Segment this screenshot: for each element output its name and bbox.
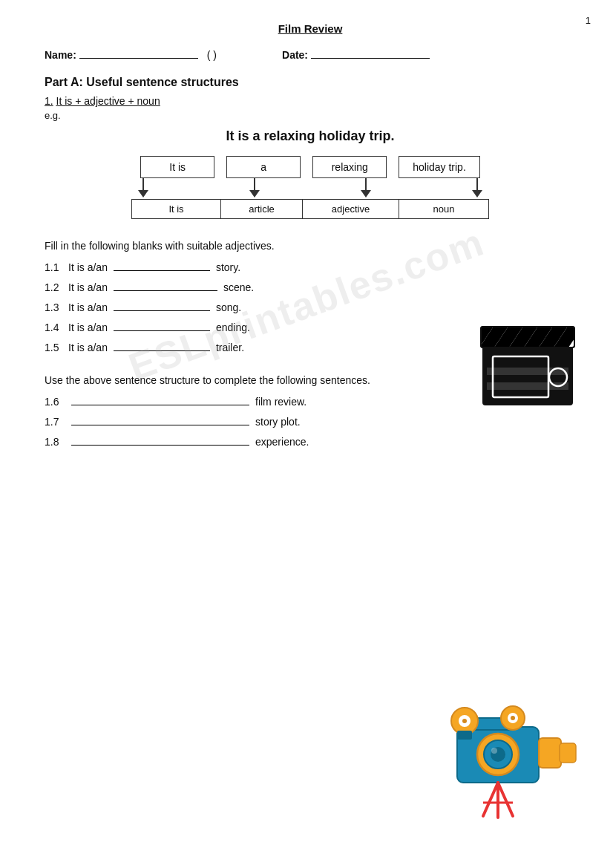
arrow-4 xyxy=(433,178,522,198)
arrow-down-3 xyxy=(361,190,371,198)
svg-line-30 xyxy=(483,783,498,816)
item-num-1-1: 1.1 xyxy=(45,261,65,273)
fill-suffix-1-1: story. xyxy=(216,261,240,273)
structure-label: 1. It is + adjective + noun xyxy=(45,95,576,107)
bottom-box-article: article xyxy=(221,200,303,218)
top-box-holiday: holiday trip. xyxy=(399,156,480,178)
fill-suffix-1-2: scene. xyxy=(223,281,254,293)
bottom-boxes-row: It is article adjective noun xyxy=(131,199,489,219)
part-a-title: Part A: Useful sentence structures xyxy=(45,76,576,89)
blank-1-7[interactable] xyxy=(71,415,249,425)
svg-point-24 xyxy=(462,719,467,723)
arrows-row xyxy=(88,178,533,199)
arrow-2 xyxy=(210,178,299,198)
page-title: Film Review xyxy=(45,22,576,35)
complete-suffix-1-6: film review. xyxy=(255,396,306,408)
fill-prefix-1-5: It is a/an xyxy=(68,342,108,353)
name-label: Name: xyxy=(45,49,76,61)
blank-1-4[interactable] xyxy=(114,321,210,331)
arrow-1 xyxy=(99,178,188,198)
bottom-box-itis: It is xyxy=(132,200,221,218)
example-sentence: It is a relaxing holiday trip. xyxy=(45,128,576,144)
arrow-line-2 xyxy=(254,178,255,190)
blank-1-1[interactable] xyxy=(114,261,210,271)
top-box-itis: It is xyxy=(140,156,214,178)
complete-suffix-1-7: story plot. xyxy=(255,416,301,428)
eg-label: e.g. xyxy=(45,110,576,121)
complete-item-1-7: 1.7 story plot. xyxy=(45,415,576,428)
date-label: Date: xyxy=(282,49,308,61)
fill-item-1-1: 1.1 It is a/an story. xyxy=(45,261,576,273)
blank-1-2[interactable] xyxy=(114,281,217,291)
svg-rect-29 xyxy=(560,743,576,763)
camera-icon xyxy=(442,675,591,823)
fill-suffix-1-4: ending. xyxy=(216,322,250,333)
top-box-relaxing: relaxing xyxy=(312,156,387,178)
arrow-down-4 xyxy=(472,190,482,198)
svg-line-32 xyxy=(498,783,513,816)
fill-suffix-1-5: trailer. xyxy=(216,342,244,353)
item-num-1-7: 1.7 xyxy=(45,416,65,428)
arrow-down-1 xyxy=(138,190,148,198)
item-num-1-8: 1.8 xyxy=(45,436,65,448)
item-num-1-4: 1.4 xyxy=(45,322,65,333)
item-num-1-2: 1.2 xyxy=(45,281,65,293)
blank-1-5[interactable] xyxy=(114,341,210,351)
structure-text: It is + adjective + noun xyxy=(56,95,160,107)
svg-point-20 xyxy=(491,748,497,754)
arrow-down-2 xyxy=(249,190,260,198)
svg-point-27 xyxy=(511,716,515,720)
sentence-diagram: It is a relaxing holiday trip. It is art… xyxy=(45,156,576,219)
blank-1-3[interactable] xyxy=(114,301,210,311)
date-line xyxy=(311,48,430,59)
item-num-1-5: 1.5 xyxy=(45,342,65,353)
name-parens: ( ) xyxy=(207,49,217,61)
bottom-box-adjective: adjective xyxy=(303,200,399,218)
fill-prefix-1-4: It is a/an xyxy=(68,322,108,333)
name-line xyxy=(79,48,198,59)
svg-rect-34 xyxy=(457,731,472,740)
fill-suffix-1-3: song. xyxy=(216,301,241,313)
complete-item-1-8: 1.8 experience. xyxy=(45,435,576,448)
fill-instruction: Fill in the following blanks with suitab… xyxy=(45,240,576,252)
top-box-a: a xyxy=(226,156,301,178)
arrow-3 xyxy=(321,178,410,198)
fill-item-1-2: 1.2 It is a/an scene. xyxy=(45,281,576,293)
arrow-line-4 xyxy=(476,178,478,190)
header-row: Name: ( ) Date: xyxy=(45,48,576,61)
blank-1-8[interactable] xyxy=(71,435,249,446)
top-boxes-row: It is a relaxing holiday trip. xyxy=(134,156,486,178)
page-number: 1 xyxy=(586,15,591,26)
fill-prefix-1-2: It is a/an xyxy=(68,281,108,293)
complete-suffix-1-8: experience. xyxy=(255,436,309,448)
item-num-1-3: 1.3 xyxy=(45,301,65,313)
name-section: Name: ( ) xyxy=(45,48,223,61)
arrow-line-3 xyxy=(365,178,367,190)
blank-1-6[interactable] xyxy=(71,395,249,405)
svg-rect-28 xyxy=(539,738,561,768)
fill-item-1-3: 1.3 It is a/an song. xyxy=(45,301,576,313)
fill-prefix-1-3: It is a/an xyxy=(68,301,108,313)
date-section: Date: xyxy=(282,48,430,61)
arrow-line-1 xyxy=(142,178,144,190)
clapperboard-icon xyxy=(479,319,576,408)
fill-prefix-1-1: It is a/an xyxy=(68,261,108,273)
structure-num: 1. xyxy=(45,95,53,107)
bottom-box-noun: noun xyxy=(399,200,488,218)
item-num-1-6: 1.6 xyxy=(45,396,65,408)
